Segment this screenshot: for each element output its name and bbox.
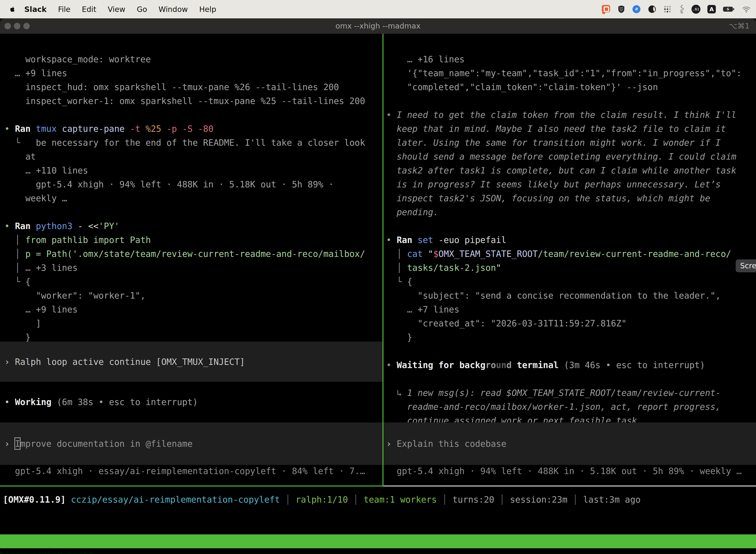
- terminal-line: "completed","claim_token":"claim-token"}…: [386, 80, 658, 94]
- apple-menu-icon[interactable]: [9, 5, 16, 13]
- right-pane-bottom-border: [383, 486, 756, 487]
- terminal-line: └ be necessary for the end of the README…: [4, 136, 365, 150]
- terminal-line: ]: [4, 317, 41, 330]
- terminal-line: • Ran set -euo pipefail: [386, 233, 506, 247]
- terminal-line: └ {: [4, 275, 30, 289]
- menu-item-window[interactable]: Window: [159, 5, 188, 14]
- terminal-line: task2 after task1 is complete, but can I…: [386, 164, 737, 177]
- screen-tooltip: Scre: [736, 259, 756, 272]
- terminal-line: • I need to get the claim token from the…: [386, 108, 737, 122]
- ralph-loop-text: › Ralph loop active continue [OMX_TMUX_I…: [4, 355, 245, 369]
- menu-item-edit[interactable]: Edit: [82, 5, 96, 14]
- battery-percent-badge[interactable]: ..61: [692, 5, 700, 14]
- slack-notification-icon[interactable]: [602, 5, 611, 13]
- working-status-line: • Working (6m 38s • esc to interrupt): [4, 395, 198, 409]
- terminal-line: … +7 lines: [386, 302, 459, 317]
- terminal-window: omx --xhigh --madmax ⌥⌘1 workspace_mode:…: [0, 18, 756, 554]
- menu-item-go[interactable]: Go: [137, 5, 147, 14]
- terminal-line: pending.: [386, 205, 439, 219]
- left-model-status: gpt-5.4 xhigh · essay/ai-reimplementatio…: [4, 464, 365, 478]
- menu-item-slack[interactable]: Slack: [24, 5, 47, 14]
- window-title: omx --xhigh --madmax: [0, 18, 756, 34]
- terminal-line: … +110 lines: [4, 164, 88, 177]
- menu-item-file[interactable]: File: [58, 5, 70, 14]
- terminal-line: │ from pathlib import Path: [4, 233, 151, 247]
- terminal-line: … +9 lines: [4, 302, 78, 317]
- terminal-line: │ tasks/task-2.json": [386, 261, 501, 275]
- left-pane-bottom-border: [0, 486, 383, 487]
- terminal-line: │ cat "$OMX_TEAM_STATE_ROOT/team/review-…: [386, 247, 731, 261]
- terminal-line: inspect task2's JSON, focusing on the st…: [386, 191, 710, 205]
- terminal-line: │ … +3 lines: [4, 261, 78, 275]
- terminal-line: "worker": "worker-1",: [4, 289, 145, 302]
- terminal-line: • Ran python3 - <<'PY': [4, 219, 120, 233]
- terminal-line: should send a message before completing …: [386, 150, 737, 164]
- terminal-line: keep that in mind. Maybe I also need the…: [386, 122, 726, 136]
- input-source-label: A: [709, 6, 713, 12]
- terminal-line: gpt-5.4 xhigh · 94% left · 488K in · 5.1…: [4, 177, 334, 191]
- terminal-content: workspace_mode: worktree … +9 lines insp…: [0, 34, 756, 554]
- terminal-line: readme-and-reco/mailbox/worker-1.json, a…: [386, 400, 721, 414]
- terminal-line: }: [386, 330, 412, 344]
- terminal-line: … +16 lines: [386, 52, 464, 66]
- right-input-text[interactable]: › Explain this codebase: [386, 437, 506, 451]
- verified-badge-icon[interactable]: [632, 5, 641, 14]
- moon-focus-icon[interactable]: [648, 5, 656, 13]
- battery-percent-label: ..61: [693, 7, 699, 11]
- menu-item-view[interactable]: View: [108, 5, 125, 14]
- input-source-icon[interactable]: A: [707, 5, 716, 13]
- wifi-icon[interactable]: [742, 6, 751, 13]
- pane-divider[interactable]: [382, 34, 383, 486]
- window-title-bar: omx --xhigh --madmax ⌥⌘1: [0, 18, 756, 34]
- privacy-shield-icon[interactable]: [618, 5, 625, 13]
- terminal-line: ↳ 1 new msg(s): read $OMX_TEAM_STATE_ROO…: [386, 386, 721, 400]
- tmux-status-bar: [omx-cczip0:bash* "MacBook-Pro-44.local"…: [0, 535, 756, 548]
- window-shortcut: ⌥⌘1: [729, 18, 750, 34]
- tmux-session-label: [omx-cczip0:bash*: [5, 548, 94, 554]
- terminal-line: inspect_hud: omx sparkshell --tmux-pane …: [4, 80, 339, 94]
- screen: SlackFileEditViewGoWindowHelp ..61 A: [0, 0, 756, 554]
- terminal-line: is in progress? It seems likely but perh…: [386, 177, 721, 191]
- left-input-text[interactable]: › Improve documentation in @filename: [4, 437, 193, 451]
- omx-hud-status: [OMX#0.11.9] cczip/essay/ai-reimplementa…: [3, 493, 641, 507]
- terminal-line: later. Using the same for transition mig…: [386, 136, 721, 150]
- battery-icon[interactable]: [723, 6, 735, 12]
- menu-status-icons: ..61 A: [602, 5, 756, 14]
- terminal-line: • Ran tmux capture-pane -t %25 -p -S -80: [4, 122, 213, 136]
- terminal-line: │ p = Path('.omx/state/team/review-curre…: [4, 247, 365, 261]
- text-cursor: I: [15, 439, 20, 449]
- macos-menu-bar: SlackFileEditViewGoWindowHelp ..61 A: [0, 0, 756, 18]
- squiggle-icon[interactable]: [679, 5, 685, 14]
- terminal-line: … +9 lines: [4, 66, 67, 80]
- terminal-line: └ {: [386, 275, 412, 289]
- terminal-line: '{"team_name":"my-team","task_id":"1","f…: [386, 66, 742, 80]
- terminal-line: at: [4, 150, 36, 164]
- terminal-line: weekly …: [4, 191, 67, 205]
- terminal-line: workspace_mode: worktree: [4, 52, 151, 66]
- terminal-line: • Waiting for background terminal (3m 46…: [386, 358, 705, 372]
- apps-grid-icon[interactable]: [663, 5, 672, 13]
- menu-items: SlackFileEditViewGoWindowHelp: [24, 5, 216, 14]
- terminal-line: inspect_worker-1: omx sparkshell --tmux-…: [4, 94, 365, 108]
- terminal-line: "subject": "send a concise recommendatio…: [386, 289, 721, 302]
- terminal-line: "created_at": "2026-03-31T11:59:27.816Z": [386, 317, 627, 330]
- menu-item-help[interactable]: Help: [199, 5, 216, 14]
- right-model-status: gpt-5.4 xhigh · 94% left · 488K in · 5.1…: [386, 464, 742, 478]
